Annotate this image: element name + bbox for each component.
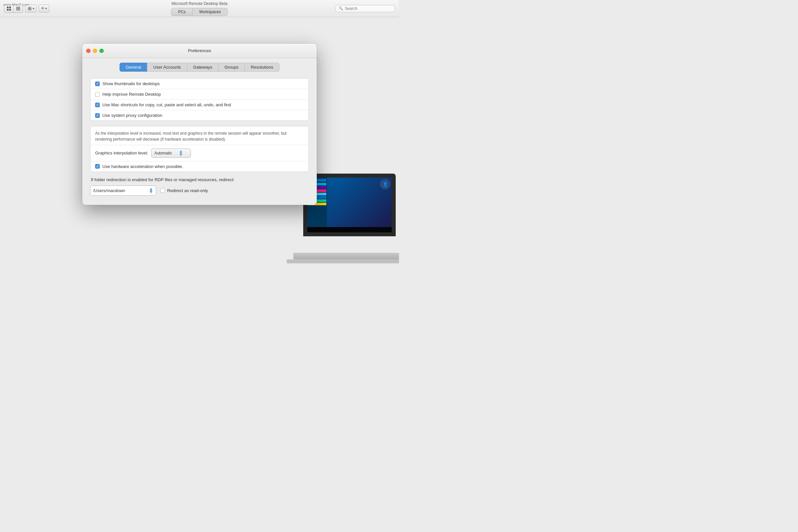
- watermark: www.MacZ.com: [3, 3, 29, 6]
- pcs-tab[interactable]: PCs: [171, 8, 193, 16]
- checkbox-row-proxy: Use system proxy configuration: [91, 110, 308, 120]
- svg-rect-4: [16, 7, 20, 7]
- folder-row: /Users/macdown ▲ ▼ Redirect as read-only: [90, 186, 309, 196]
- proxy-checkbox[interactable]: [95, 113, 100, 118]
- toolbar: ▾ + ▾ Microsoft Remote Desktop Beta PCs …: [0, 0, 399, 17]
- readonly-checkbox[interactable]: [160, 188, 165, 193]
- dialog-body: Show thumbnails for desktops Help improv…: [82, 72, 317, 205]
- svg-rect-0: [7, 6, 8, 8]
- interpolation-section: As the interpolation level is increased,…: [90, 126, 309, 172]
- screen-content: 👤: [307, 177, 392, 232]
- improve-label: Help improve Remote Desktop: [103, 92, 161, 97]
- readonly-label: Redirect as read-only: [167, 188, 208, 193]
- search-box[interactable]: 🔍: [335, 5, 395, 12]
- close-button[interactable]: [86, 49, 91, 53]
- tab-resolutions[interactable]: Resolutions: [244, 63, 279, 72]
- laptop-base: [293, 253, 399, 260]
- view-segment: PCs Workspaces: [171, 8, 228, 16]
- app-title: Microsoft Remote Desktop Beta: [171, 1, 227, 6]
- tab-user-accounts[interactable]: User Accounts: [147, 63, 187, 72]
- main-content: 👤 Preferences General User Accounts Gate…: [0, 17, 399, 266]
- shortcuts-label: Use Mac shortcuts for copy, cut, paste a…: [103, 102, 231, 107]
- shortcuts-checkbox[interactable]: [95, 103, 100, 107]
- readonly-row: Redirect as read-only: [160, 188, 208, 193]
- windows-taskbar: [307, 227, 392, 232]
- thumbnails-label: Show thumbnails for desktops: [103, 81, 160, 86]
- toolbar-center: Microsoft Remote Desktop Beta PCs Worksp…: [171, 0, 228, 17]
- interpolation-select[interactable]: Automatic ▲ ▼: [151, 149, 191, 158]
- interpolation-description: As the interpolation level is increased,…: [91, 127, 308, 145]
- thumbnails-checkbox[interactable]: [95, 81, 100, 86]
- search-icon: 🔍: [339, 6, 343, 11]
- checkbox-row-improve: Help improve Remote Desktop: [91, 89, 308, 100]
- interpolation-label: Graphics interpolation level:: [95, 151, 148, 155]
- interpolation-value: Automatic: [154, 151, 172, 155]
- improve-checkbox[interactable]: [95, 92, 100, 97]
- tab-general[interactable]: General: [120, 63, 147, 72]
- hardware-label: Use hardware acceleration when possible.: [103, 164, 183, 169]
- maximize-button[interactable]: [99, 49, 104, 53]
- checkbox-row-hardware: Use hardware acceleration when possible.: [91, 162, 308, 172]
- checkbox-row-shortcuts: Use Mac shortcuts for copy, cut, paste a…: [91, 100, 308, 110]
- tab-groups[interactable]: Groups: [218, 63, 245, 72]
- tab-gateways[interactable]: Gateways: [187, 63, 218, 72]
- workspaces-tab[interactable]: Workspaces: [193, 8, 228, 16]
- folder-path-select[interactable]: /Users/macdown ▲ ▼: [90, 186, 156, 196]
- svg-rect-6: [16, 10, 20, 10]
- svg-rect-3: [9, 9, 11, 11]
- folder-section: If folder redirection is enabled for RDP…: [90, 177, 309, 196]
- search-input[interactable]: [345, 6, 391, 11]
- window-controls: [86, 49, 104, 53]
- minimize-button[interactable]: [93, 49, 97, 53]
- checkboxes-section: Show thumbnails for desktops Help improv…: [90, 78, 309, 121]
- laptop-bottom: [287, 260, 399, 263]
- dialog-titlebar: Preferences: [82, 43, 317, 58]
- hardware-checkbox[interactable]: [95, 164, 100, 169]
- proxy-label: Use system proxy configuration: [103, 113, 162, 118]
- dialog-title: Preferences: [188, 48, 211, 53]
- folder-select-arrow-icon: ▲ ▼: [149, 187, 153, 194]
- svg-rect-5: [16, 8, 20, 9]
- svg-rect-2: [7, 9, 8, 11]
- tab-bar: General User Accounts Gateways Groups Re…: [82, 58, 317, 72]
- checkbox-row-thumbnails: Show thumbnails for desktops: [91, 79, 308, 89]
- preferences-dialog: Preferences General User Accounts Gatewa…: [82, 43, 317, 205]
- laptop-screen: 👤: [303, 174, 396, 236]
- folder-redirect-description: If folder redirection is enabled for RDP…: [90, 177, 309, 182]
- search-area: 🔍: [335, 5, 395, 12]
- interpolation-row: Graphics interpolation level: Automatic …: [91, 145, 308, 162]
- svg-rect-1: [9, 6, 11, 8]
- select-arrow-icon: ▲ ▼: [179, 150, 183, 156]
- add-button[interactable]: + ▾: [39, 5, 49, 13]
- folder-path-value: /Users/macdown: [93, 188, 147, 193]
